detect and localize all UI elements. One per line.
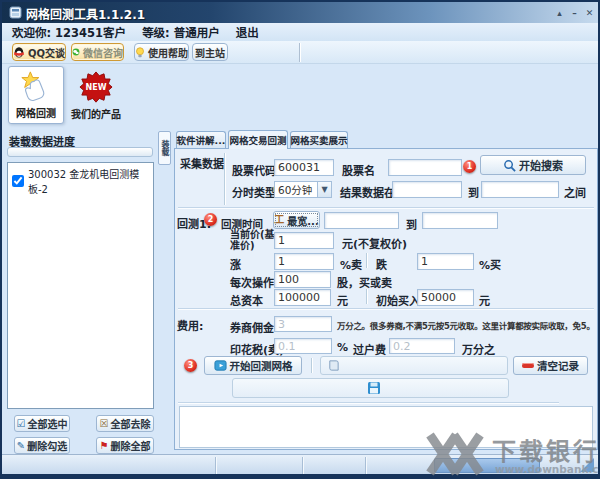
qq-chat-button[interactable]: QQ交谈 <box>12 43 66 61</box>
lot-unit: 股，买或卖 <box>337 274 392 290</box>
logout-link[interactable]: 退出 <box>236 24 259 40</box>
qq-chat-label: QQ交谈 <box>28 45 65 60</box>
main-site-button[interactable]: 到主站 <box>192 43 228 61</box>
delete-all-button[interactable]: ⚑ 删除全部 <box>96 437 154 454</box>
interval-select[interactable]: 60分钟 ▼ <box>274 181 332 198</box>
commission-label: 券商佣金 <box>230 319 274 335</box>
initial-buy-input[interactable] <box>417 289 474 306</box>
stock-code-label: 股票代码 <box>232 162 276 178</box>
step-badge-1: 1 <box>463 160 476 173</box>
title-bar: 网格回测工具1.1.2.1 ▴ – ✕ <box>2 2 598 23</box>
stock-name-label: 股票名 <box>342 162 375 178</box>
window-bottom-border <box>2 474 598 477</box>
action-divider <box>311 358 312 373</box>
initial-buy-unit: 元 <box>479 292 490 308</box>
delete-all-flag-icon: ⚑ <box>100 441 109 451</box>
transfer-fee-input[interactable] <box>389 338 455 354</box>
lot-label: 每次操作 <box>230 274 274 290</box>
delete-checked-icon: ✎ <box>17 441 25 451</box>
remove-all-label: 全部去除 <box>110 416 150 431</box>
wechat-label: 微信咨询 <box>83 45 123 60</box>
rollup-icon[interactable]: ▴ <box>553 6 566 19</box>
group-separator-2 <box>178 308 594 309</box>
transfer-fee-unit: 万分之 <box>462 341 495 357</box>
stock-name-input[interactable] <box>388 159 462 176</box>
backtest-start-input[interactable] <box>324 212 399 229</box>
window-icon[interactable] <box>9 6 22 19</box>
fall-unit: %买 <box>479 256 501 272</box>
record-display-button[interactable] <box>320 356 508 375</box>
ruler-icon: 工 <box>274 215 284 225</box>
start-backtest-button[interactable]: 开始回测网格 <box>204 356 302 375</box>
new-badge-text: NEW <box>85 83 106 92</box>
backtest-to-label: 到 <box>406 216 417 232</box>
template-item-label: 300032 金龙机电回测模板-2 <box>28 166 149 196</box>
capital-unit: 元 <box>337 292 348 308</box>
template-list-item[interactable]: 300032 金龙机电回测模板-2 <box>8 163 153 199</box>
backtest-end-input[interactable] <box>422 212 498 229</box>
sidebar-tab-our-products[interactable]: NEW 我们的产品 <box>68 66 124 124</box>
select-all-button[interactable]: ☑ 全部选中 <box>14 415 70 432</box>
chevron-down-icon[interactable]: ▼ <box>317 182 331 197</box>
initial-buy-label: 初始买入 <box>376 292 420 308</box>
step-badge-2: 2 <box>204 213 217 226</box>
hand-cursor-star-icon <box>19 69 53 105</box>
clear-records-label: 清空记录 <box>537 358 579 373</box>
close-icon[interactable]: ✕ <box>583 6 596 19</box>
rise-unit: %卖 <box>340 256 362 272</box>
capital-input[interactable] <box>274 289 331 306</box>
step-badge-3: 3 <box>184 359 197 372</box>
help-button[interactable]: 使用帮助 <box>134 43 189 61</box>
interval-select-value: 60分钟 <box>275 182 317 197</box>
transfer-fee-label: 过户费 <box>353 341 386 357</box>
collect-group-divider <box>224 153 225 205</box>
current-price-input[interactable] <box>274 232 334 249</box>
widest-range-button[interactable]: 工 最宽... <box>273 211 320 229</box>
tab-grid-buy-sell-display[interactable]: 网格买卖展示 <box>290 131 348 148</box>
tab-grid-trade-backtest[interactable]: 网格交易回测 <box>228 130 288 149</box>
template-listbox[interactable]: 300032 金龙机电回测模板-2 <box>7 162 154 409</box>
minimize-icon[interactable]: – <box>568 6 581 19</box>
lot-input[interactable] <box>274 271 331 288</box>
clear-icon <box>522 363 534 368</box>
resize-grip[interactable] <box>580 458 594 472</box>
bulb-icon <box>135 46 145 59</box>
log-separator <box>178 402 559 403</box>
result-range-start-input[interactable] <box>392 181 462 198</box>
result-range-end-input[interactable] <box>481 181 559 198</box>
template-checkbox[interactable] <box>12 175 24 187</box>
status-divider-1 <box>215 457 216 474</box>
save-template-button[interactable] <box>232 378 509 398</box>
stock-code-input[interactable] <box>274 159 334 176</box>
wechat-button[interactable]: 微信咨询 <box>71 43 124 61</box>
capital-label: 总资本 <box>230 292 263 308</box>
remove-all-button[interactable]: ☒ 全部去除 <box>96 415 154 432</box>
user-level-text: 等级: 普通用户 <box>142 24 220 40</box>
commission-input[interactable] <box>274 316 332 332</box>
result-range-label: 结果数据在 <box>340 184 395 200</box>
collapsed-panel-tab[interactable]: 装载 <box>158 131 171 165</box>
commission-note: 万分之。很多券商,不满5元按5元收取。这里计算都按实际收取，免5。 <box>337 319 595 331</box>
fall-input[interactable] <box>417 253 474 270</box>
welcome-text: 欢迎你: 123451客户 <box>12 24 126 40</box>
new-badge-icon: NEW <box>79 70 113 106</box>
clear-records-button[interactable]: 清空记录 <box>513 356 588 375</box>
scroll-icon <box>327 359 340 372</box>
stamp-tax-input[interactable] <box>274 338 332 354</box>
delete-checked-button[interactable]: ✎ 删除勾选 <box>14 437 70 454</box>
help-label: 使用帮助 <box>148 45 188 60</box>
search-button-label: 开始搜索 <box>519 157 563 173</box>
tab-software-guide[interactable]: 软件讲解... <box>176 131 226 148</box>
rise-input[interactable] <box>274 253 334 270</box>
status-divider-2 <box>302 457 303 474</box>
widest-range-label: 最宽... <box>287 213 318 228</box>
group-separator-1 <box>178 207 594 208</box>
wechat-icon <box>72 46 80 58</box>
search-button[interactable]: 开始搜索 <box>480 155 586 175</box>
sidebar-tab-our-products-label: 我们的产品 <box>71 106 121 121</box>
sidebar-tab-grid-backtest-label: 网格回测 <box>16 105 56 120</box>
select-all-label: 全部选中 <box>27 416 67 431</box>
capital-initial-divider <box>366 289 367 304</box>
sidebar-tab-grid-backtest[interactable]: 网格回测 <box>8 66 64 124</box>
between-label: 之间 <box>564 184 586 200</box>
